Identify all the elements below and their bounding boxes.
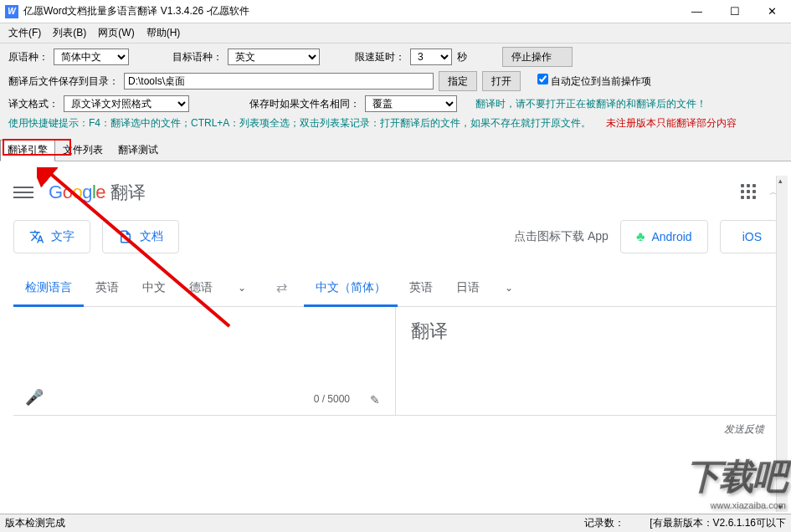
translate-icon — [29, 229, 44, 244]
src-lang-en[interactable]: 英语 — [84, 269, 131, 306]
source-text-pane[interactable]: 🎤 0 / 5000 ✎ — [13, 307, 395, 415]
tgt-lang-zh[interactable]: 中文（简体） — [304, 269, 398, 306]
window-title: 亿愿Word文档批量多语言翻译 V1.3.4.26 -亿愿软件 — [23, 4, 678, 18]
delay-label: 限速延时： — [355, 50, 405, 64]
apps-icon[interactable] — [741, 184, 758, 201]
src-lang-more[interactable]: ⌄ — [224, 282, 259, 294]
watermark: 下载吧 www.xiazaiba.com — [686, 453, 786, 510]
tgt-lang-more[interactable]: ⌄ — [491, 282, 526, 294]
minimize-button[interactable]: — — [678, 0, 716, 23]
menu-list[interactable]: 列表(B) — [53, 26, 86, 40]
swap-languages-icon[interactable]: ⇄ — [276, 279, 287, 295]
tgt-lang-ja[interactable]: 日语 — [444, 269, 491, 306]
text-mode-button[interactable]: 文字 — [13, 220, 90, 253]
menu-file[interactable]: 文件(F) — [8, 26, 41, 40]
menu-web[interactable]: 网页(W) — [98, 26, 134, 40]
src-lang-de[interactable]: 德语 — [177, 269, 224, 306]
target-placeholder: 翻译 — [411, 319, 763, 344]
translate-warning: 翻译时，请不要打开正在被翻译的和翻译后的文件！ — [475, 97, 706, 111]
app-download-promo: 点击图标下载 App — [514, 229, 609, 244]
app-logo: W — [5, 5, 18, 18]
src-lang-label: 原语种： — [8, 50, 49, 64]
google-logo: Google — [49, 182, 105, 203]
save-dir-label: 翻译后文件保存到目录： — [8, 74, 119, 89]
close-button[interactable]: ✕ — [753, 0, 791, 23]
document-icon — [118, 229, 133, 244]
status-records: 记录数： — [584, 516, 624, 530]
status-left: 版本检测完成 — [5, 516, 65, 530]
tgt-lang-label: 目标语种： — [172, 50, 223, 64]
maximize-button[interactable]: ☐ — [716, 0, 753, 23]
scrollbar[interactable] — [776, 176, 788, 512]
ios-button[interactable]: iOS — [720, 220, 778, 253]
hotkey-hint: 使用快捷键提示：F4：翻译选中的文件；CTRL+A：列表项全选；双击列表某记录：… — [8, 116, 591, 130]
char-counter: 0 / 5000 — [314, 393, 350, 405]
android-button[interactable]: ♣Android — [620, 220, 708, 253]
open-button[interactable]: 打开 — [482, 71, 521, 91]
format-select[interactable]: 原文译文对照格式 — [64, 95, 189, 112]
delay-select[interactable]: 3 — [410, 49, 452, 65]
stop-button[interactable]: 停止操作 — [502, 47, 573, 67]
status-update: [有最新版本：V2.6.1.16可以下 — [650, 516, 786, 530]
microphone-icon[interactable]: 🎤 — [25, 388, 44, 407]
tgt-lang-en[interactable]: 英语 — [398, 269, 444, 306]
doc-mode-button[interactable]: 文档 — [102, 220, 179, 253]
tab-files[interactable]: 文件列表 — [55, 140, 110, 161]
tgt-lang-select[interactable]: 英文 — [228, 49, 320, 65]
google-translate-label: 翻译 — [110, 181, 146, 204]
target-text-pane: 翻译 — [395, 307, 778, 415]
browse-button[interactable]: 指定 — [439, 71, 477, 91]
tab-test[interactable]: 翻译测试 — [110, 140, 166, 161]
tab-engine[interactable]: 翻译引擎 — [0, 140, 55, 161]
send-feedback-link[interactable]: 发送反馈 — [13, 416, 778, 437]
src-lang-select[interactable]: 简体中文 — [54, 49, 129, 65]
handwrite-icon[interactable]: ✎ — [370, 393, 380, 407]
auto-locate-checkbox[interactable]: 自动定位到当前操作项 — [537, 74, 651, 89]
unregistered-warning: 未注册版本只能翻译部分内容 — [606, 116, 737, 130]
dup-label: 保存时如果文件名相同： — [249, 97, 360, 111]
hamburger-icon[interactable] — [13, 182, 33, 202]
save-dir-input[interactable] — [124, 73, 434, 90]
delay-unit: 秒 — [457, 50, 467, 64]
menu-help[interactable]: 帮助(H) — [146, 26, 181, 40]
dup-select[interactable]: 覆盖 — [365, 95, 457, 112]
src-lang-detect[interactable]: 检测语言 — [13, 269, 84, 306]
src-lang-zh[interactable]: 中文 — [131, 269, 177, 306]
android-icon: ♣ — [636, 229, 645, 244]
format-label: 译文格式： — [8, 97, 59, 111]
